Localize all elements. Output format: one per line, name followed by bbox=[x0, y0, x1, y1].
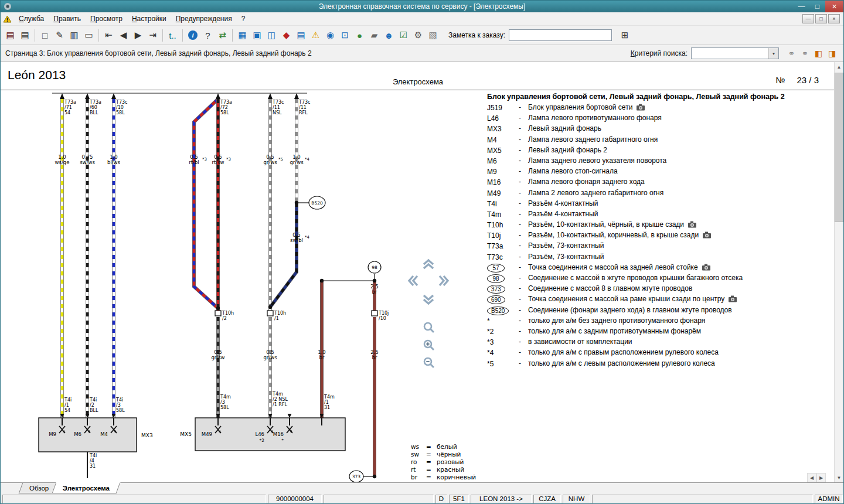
mdi-close-button[interactable]: × bbox=[828, 14, 840, 23]
history-icon[interactable]: t.. bbox=[166, 29, 179, 42]
globe-icon[interactable]: ◉ bbox=[324, 29, 337, 42]
wire-color-row: br = коричневый bbox=[411, 474, 476, 481]
status-segment: D bbox=[435, 495, 447, 503]
scrollbar-thumb[interactable] bbox=[835, 73, 843, 222]
zoom-out-icon[interactable] bbox=[421, 356, 437, 370]
user-icon[interactable]: ☻ bbox=[382, 29, 396, 42]
component-code: T4i bbox=[487, 199, 519, 208]
search-binoculars-icon[interactable]: ⚭ bbox=[785, 47, 798, 60]
vehicle-icon[interactable]: ▭ bbox=[82, 29, 96, 42]
scroll-up-button[interactable]: ▲ bbox=[835, 62, 843, 71]
car-icon[interactable]: ▰ bbox=[367, 29, 381, 42]
toolbar-separator bbox=[98, 29, 99, 42]
document-tab[interactable]: Электросхема bbox=[52, 482, 121, 493]
svg-text:T4m/131: T4m/131 bbox=[324, 394, 335, 410]
document-help-icon[interactable]: ▧ bbox=[426, 29, 440, 42]
warnings-icon[interactable]: ⚠ bbox=[309, 29, 322, 42]
svg-text:T73c/11RFL: T73c/11RFL bbox=[298, 100, 310, 115]
camera-icon[interactable] bbox=[698, 263, 711, 271]
monitor-icon[interactable]: ⊡ bbox=[338, 29, 352, 42]
pan-down-button[interactable] bbox=[421, 292, 436, 307]
export-prev-icon[interactable]: ◧ bbox=[812, 47, 825, 60]
scroll-right-button[interactable]: ▶ bbox=[816, 473, 826, 482]
customer-data-icon[interactable]: ◫ bbox=[265, 29, 278, 42]
component-code: MX3 bbox=[487, 124, 519, 133]
windows-grid-icon[interactable]: ▣ bbox=[250, 29, 264, 42]
eco-icon[interactable]: ● bbox=[353, 29, 366, 42]
vertical-scrollbar[interactable]: ▲ ▼ bbox=[834, 62, 843, 482]
scroll-down-button[interactable]: ▼ bbox=[835, 473, 843, 482]
sync-icon[interactable]: ⇄ bbox=[216, 29, 229, 42]
help-icon[interactable]: ? bbox=[201, 29, 215, 42]
print-icon[interactable]: ▤ bbox=[18, 29, 32, 42]
menu-item[interactable]: Править bbox=[49, 13, 86, 24]
horizontal-scrollbar[interactable]: ◀ ▶ bbox=[807, 473, 826, 482]
status-segment: 5F1 bbox=[449, 495, 469, 503]
status-segment bbox=[324, 495, 434, 503]
order-note-icon[interactable]: ⊞ bbox=[618, 29, 632, 42]
menu-item[interactable]: Просмотр bbox=[86, 13, 127, 24]
component-code: MX5 bbox=[487, 146, 519, 155]
go-first-icon[interactable]: ⇤ bbox=[102, 29, 115, 42]
red-catalog-icon[interactable]: ◆ bbox=[280, 29, 293, 42]
go-last-icon[interactable]: ⇥ bbox=[146, 29, 159, 42]
minimize-button[interactable]: — bbox=[794, 1, 809, 12]
svg-text:T73a/7258L: T73a/7258L bbox=[220, 100, 232, 115]
menu-item[interactable]: Настройки bbox=[127, 13, 171, 24]
component-code: *2 bbox=[487, 327, 519, 336]
pan-left-button[interactable] bbox=[406, 274, 421, 288]
wire-color-row: ws = белый bbox=[411, 443, 476, 451]
component-description: Блок управления бортовой сети bbox=[528, 103, 834, 111]
menu-item[interactable]: Предупреждения bbox=[171, 13, 237, 24]
camera-icon[interactable] bbox=[632, 103, 645, 111]
go-previous-icon[interactable]: ◀ bbox=[117, 29, 130, 42]
new-document-icon[interactable]: □ bbox=[38, 29, 52, 42]
menu-item[interactable]: ? bbox=[237, 13, 250, 24]
camera-icon[interactable] bbox=[724, 295, 737, 303]
legend-row: M4 - Лампа левого заднего габаритного ог… bbox=[487, 135, 834, 146]
order-note-input[interactable] bbox=[509, 29, 612, 41]
camera-icon[interactable] bbox=[684, 220, 697, 229]
svg-text:0.75sw/ws: 0.75sw/ws bbox=[80, 154, 95, 165]
component-description: Точка соединения с массой на задней лево… bbox=[528, 263, 834, 271]
checklist-icon[interactable]: ☑ bbox=[397, 29, 410, 42]
svg-text:T73c/11NSL: T73c/11NSL bbox=[272, 100, 284, 115]
component-description: Разъём 4-контактный bbox=[528, 199, 834, 207]
search-next-icon[interactable]: ⚭ bbox=[798, 47, 812, 60]
tools-icon[interactable]: ⚙ bbox=[411, 29, 425, 42]
component-description: только для а/м с задним противотуманным … bbox=[528, 327, 834, 335]
edit-document-icon[interactable]: ✎ bbox=[53, 29, 66, 42]
export-next-icon[interactable]: ◨ bbox=[825, 47, 839, 60]
search-criteria-combobox[interactable]: ▼ bbox=[691, 47, 779, 59]
search-criteria-input[interactable] bbox=[692, 49, 768, 58]
menu-item[interactable]: Служба bbox=[14, 13, 49, 24]
title-bar: Электронная справочная система по сервис… bbox=[1, 1, 843, 12]
pan-up-button[interactable] bbox=[421, 257, 436, 271]
mdi-minimize-button[interactable]: — bbox=[802, 14, 814, 23]
component-description: в зависимости от комплектации bbox=[528, 338, 834, 346]
svg-text:T4m/2 NSL/1 RFL: T4m/2 NSL/1 RFL bbox=[272, 391, 288, 407]
legend-row: *4 - только для а/м с правым расположени… bbox=[487, 348, 834, 359]
zoom-in-icon[interactable] bbox=[421, 338, 437, 352]
parts-list-icon[interactable]: ▤ bbox=[294, 29, 308, 42]
copy-document-icon[interactable]: ▥ bbox=[67, 29, 81, 42]
camera-icon[interactable] bbox=[699, 231, 712, 239]
go-next-icon[interactable]: ▶ bbox=[131, 29, 145, 42]
component-code: M6 bbox=[487, 156, 519, 165]
legend-row: MX5 - Левый задний фонарь 2 bbox=[487, 146, 834, 156]
legend-row: 57 - Точка соединения с массой на задней… bbox=[487, 263, 834, 274]
document-table-icon[interactable]: ▦ bbox=[236, 29, 249, 42]
component-code: 690 bbox=[487, 295, 519, 304]
status-segment: NHW bbox=[563, 495, 590, 503]
restore-button[interactable]: □ bbox=[809, 1, 825, 12]
app-icon bbox=[4, 2, 12, 11]
scroll-left-button[interactable]: ◀ bbox=[807, 473, 816, 482]
close-button[interactable]: × bbox=[825, 1, 843, 12]
wire-color-legend: ws = белый sw = чёрный ro = розовый bbox=[411, 443, 476, 481]
mdi-restore-button[interactable]: □ bbox=[815, 14, 827, 23]
combobox-dropdown-button[interactable]: ▼ bbox=[768, 48, 778, 59]
info-icon[interactable]: i bbox=[188, 30, 198, 40]
zoom-reset-icon[interactable] bbox=[421, 321, 437, 335]
pan-right-button[interactable] bbox=[436, 274, 451, 288]
print-setup-icon[interactable]: ▤ bbox=[4, 29, 17, 42]
